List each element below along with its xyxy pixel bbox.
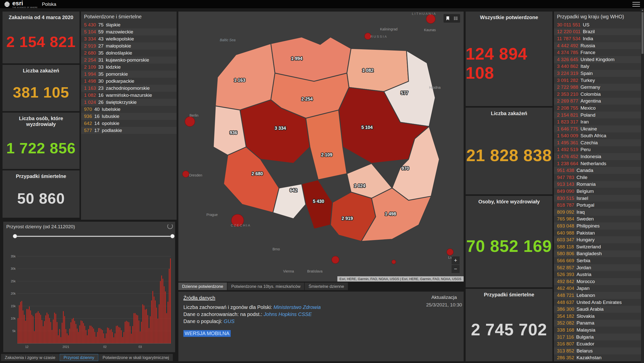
voivodeship-row[interactable]: 2 91927małopolskie [81,42,177,50]
bookmark-icon[interactable] [444,15,451,22]
country-row[interactable]: 693 048Philippines [554,222,641,230]
daily-bar[interactable] [78,332,79,343]
daily-bar[interactable] [38,311,38,343]
daily-bar[interactable] [151,300,152,343]
voivodeship-row[interactable]: 93616lubuskie [81,113,177,120]
voivodeship-row[interactable]: 1 16323zachodniopomorskie [81,85,177,92]
country-row[interactable]: 354 182Slovakia [554,313,641,320]
scrollbar-thumb[interactable] [641,12,643,54]
daily-bar[interactable] [70,322,71,343]
daily-bar[interactable] [52,330,52,343]
daily-bar[interactable] [160,281,161,343]
daily-bar[interactable] [77,329,77,343]
country-row[interactable]: 3 091 282Turkey [554,77,641,84]
country-row[interactable]: 1 492 519Peru [554,146,641,153]
country-row[interactable]: 2 154 821Poland [554,112,641,119]
country-row[interactable]: 2 353 210Colombia [554,91,641,98]
daily-bar[interactable] [29,306,30,343]
case-bubble[interactable] [182,171,189,177]
daily-bar[interactable] [40,315,41,343]
daily-bar[interactable] [92,327,93,343]
country-row[interactable]: 588 118Switzerland [554,243,641,250]
country-row[interactable]: 2 208 755Mexico [554,105,641,112]
daily-bar[interactable] [161,276,162,343]
daily-bar[interactable] [98,328,99,343]
country-row[interactable]: 951 438Canada [554,167,641,174]
country-row[interactable]: 526 393Austria [554,271,641,278]
daily-bar[interactable] [89,326,90,343]
daily-bar[interactable] [44,321,45,343]
voivodeship-row[interactable]: 57717podlaskie [81,127,177,134]
country-row[interactable]: 580 806Bangladesh [554,250,641,257]
voivodeship-row[interactable]: 3 33443wielkopolskie [81,35,177,42]
country-row[interactable]: 492 842Morocco [554,278,641,285]
time-range-slider[interactable] [15,234,173,239]
voivodeship-row[interactable]: 2 68035dolnośląskie [81,50,177,57]
daily-bar[interactable] [159,304,159,343]
tab-cases-deaths-over-time[interactable]: Zakażenia i zgony w czasie [1,354,59,361]
daily-bar[interactable] [82,321,83,343]
legend-icon[interactable] [452,15,459,22]
daily-bar[interactable] [26,309,27,343]
daily-bar[interactable] [25,321,26,343]
daily-bar[interactable] [150,316,151,343]
daily-bar[interactable] [55,314,56,343]
country-row[interactable]: 352 082Panama [554,320,641,327]
daily-bar[interactable] [34,331,35,343]
tab-daily-increase[interactable]: Przyrost dzienny [60,354,98,361]
daily-bar[interactable] [121,330,122,343]
source-link-ministerstwo-zdrowia[interactable]: Ministerstwo Zdrowia [273,304,321,310]
daily-bar[interactable] [87,335,88,343]
daily-bar[interactable] [35,313,36,343]
voivodeship-row[interactable]: 64214opolskie [81,120,177,127]
country-row[interactable]: 462 404Japan [554,285,641,292]
daily-bar[interactable] [95,332,95,343]
voivodeship-row[interactable]: 1 99435pomorskie [81,71,177,78]
daily-bar[interactable] [117,326,118,343]
daily-bar[interactable] [124,332,124,343]
voivodeship-row[interactable]: 5 43075śląskie [81,21,177,28]
daily-bar[interactable] [19,305,20,343]
daily-bar[interactable] [157,319,158,343]
case-bubble[interactable] [447,249,453,255]
country-row[interactable]: 640 988Pakistan [554,230,641,237]
daily-bar[interactable] [93,329,94,343]
country-row[interactable]: 313 852Belarus [554,347,641,354]
daily-bar[interactable] [18,318,18,343]
daily-bar[interactable] [30,310,31,343]
daily-bar[interactable] [144,305,144,343]
daily-bar[interactable] [132,326,133,343]
daily-bar[interactable] [97,332,98,343]
daily-bar[interactable] [23,310,23,343]
mobile-version-link[interactable]: WERSJA MOBILNA [183,330,231,337]
daily-bar[interactable] [64,316,65,343]
daily-bar[interactable] [102,330,103,343]
country-row[interactable]: 286 352Kazakhstan [554,354,641,361]
map-canvas[interactable]: LITHUANIAKaunasBaltic SeaKaliningradRUSS… [178,12,464,282]
scrollbar[interactable]: ▲ [641,8,644,363]
voivodeship-row[interactable]: 2 25431kujawsko-pomorskie [81,57,177,64]
daily-bar[interactable] [120,328,120,343]
daily-bar[interactable] [152,291,153,343]
country-row[interactable]: 765 984Sweden [554,216,641,223]
country-row[interactable]: 30 011 551US [554,21,641,28]
zoom-in-button[interactable]: + [452,256,460,264]
daily-bar[interactable] [36,313,37,343]
daily-bar[interactable] [43,326,44,343]
country-row[interactable]: 603 347Hungary [554,236,641,243]
daily-bar[interactable] [83,323,84,343]
daily-bar[interactable] [130,326,131,343]
case-bubble[interactable] [426,14,435,23]
daily-bar[interactable] [47,313,47,343]
source-link-johns-hopkins[interactable]: Johns Hopkins CSSE [264,311,312,317]
daily-bar[interactable] [115,333,115,343]
country-row[interactable]: 3 440 862Italy [554,63,641,70]
daily-bar[interactable] [24,315,25,343]
daily-bar[interactable] [149,328,149,343]
daily-bar[interactable] [118,327,119,343]
daily-bar[interactable] [31,315,32,343]
country-row[interactable]: 448 637United Arab Emirates [554,299,641,306]
country-row[interactable]: 947 783Chile [554,174,641,181]
tab-confirmed-per-10k[interactable]: Potwierdzone na 10tys. mieszkańców [227,283,304,290]
daily-bar[interactable] [126,321,127,343]
